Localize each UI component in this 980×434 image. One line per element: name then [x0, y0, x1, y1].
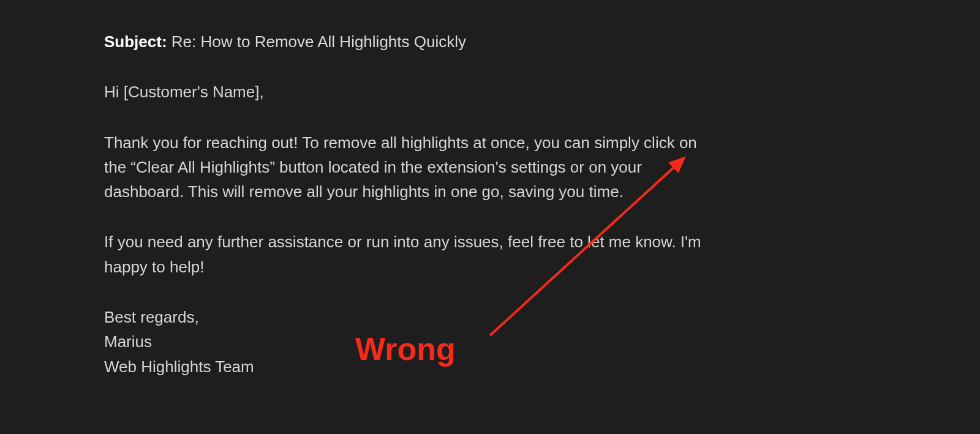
signature-name: Marius: [104, 329, 717, 354]
subject-text: Re: How to Remove All Highlights Quickly: [172, 32, 466, 51]
signature-team: Web Highlights Team: [104, 354, 717, 379]
email-body: Hi [Customer's Name], Thank you for reac…: [104, 80, 876, 379]
closing: Best regards,: [104, 305, 717, 329]
subject-label: Subject:: [104, 32, 167, 51]
email-content: Subject: Re: How to Remove All Highlight…: [104, 29, 876, 379]
paragraph-2: If you need any further assistance or ru…: [104, 230, 717, 279]
paragraph-1: Thank you for reaching out! To remove al…: [104, 130, 717, 204]
subject-line: Subject: Re: How to Remove All Highlight…: [104, 29, 876, 54]
greeting: Hi [Customer's Name],: [104, 80, 717, 104]
